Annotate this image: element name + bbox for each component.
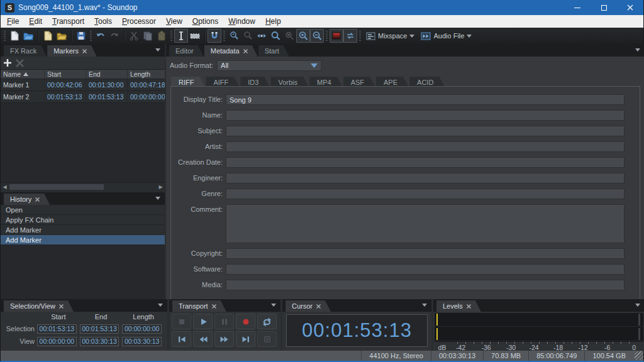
levels-meter-toggle-button[interactable] [330,29,343,43]
record-pause-button[interactable] [257,331,277,347]
menu-options[interactable]: Options [187,16,223,27]
undo-button[interactable] [94,29,108,43]
view-start-field[interactable]: 00:00:00:00 [37,337,77,346]
fast-forward-button[interactable] [214,331,234,347]
paste-button[interactable] [155,29,169,43]
subject-field[interactable] [226,126,625,136]
selection-end-field[interactable]: 00:01:53:13 [80,324,119,334]
history-item[interactable]: Add Marker [1,225,165,235]
tab-close-icon[interactable] [59,304,64,309]
menu-file[interactable]: File [2,16,24,27]
genre-field[interactable] [226,189,625,199]
stop-button[interactable] [172,314,191,329]
zoom-out-selection-button[interactable] [241,29,255,43]
panel-menu-icon[interactable] [422,304,427,307]
tab-cursor[interactable]: Cursor [286,300,331,312]
zoom-tool-button[interactable] [269,29,282,43]
panel-menu-icon[interactable] [635,48,640,52]
rewind-button[interactable] [193,331,213,347]
zoom-horizontal-button[interactable] [255,29,269,43]
panel-menu-icon[interactable] [635,304,640,307]
view-length-field[interactable]: 00:03:30:13 [122,337,162,346]
toolbar-grip[interactable] [359,31,361,41]
copy-button[interactable] [141,29,155,43]
go-to-start-button[interactable] [172,331,191,347]
save-button[interactable] [74,29,88,43]
col-start[interactable]: Start [45,70,86,79]
history-item-selected[interactable]: Add Marker [1,235,165,245]
comment-field[interactable] [226,204,625,243]
loop-button[interactable] [257,314,277,329]
menu-tools[interactable]: Tools [89,16,117,27]
delete-marker-button[interactable] [16,59,24,67]
play-button[interactable] [193,314,213,329]
zoom-selection-button[interactable] [227,29,241,43]
software-field[interactable] [226,264,625,275]
panel-menu-icon[interactable] [155,197,160,200]
mixspace-button[interactable]: Mixspace [363,31,418,41]
creation-date-field[interactable] [226,157,625,168]
tab-selection-view[interactable]: Selection/View [4,300,74,312]
toolbar-grip[interactable] [326,31,328,41]
panel-menu-icon[interactable] [155,48,160,52]
cut-button[interactable] [127,29,141,43]
history-item[interactable]: Open [1,205,165,215]
audio-file-button[interactable]: Audio File [418,31,475,41]
history-item[interactable]: Apply FX Chain [1,215,165,225]
tab-markers[interactable]: Markers [47,45,97,57]
menu-window[interactable]: Window [223,16,260,27]
panel-menu-icon[interactable] [158,304,163,307]
tab-close-icon[interactable] [467,304,471,309]
edit-cursor-tool-button[interactable] [174,29,188,43]
pause-button[interactable] [214,314,234,329]
engineer-field[interactable] [226,173,625,184]
redo-button[interactable] [108,29,121,43]
col-name[interactable]: Name [1,70,45,79]
zoom-in-button[interactable] [296,29,310,43]
range-select-tool-button[interactable] [188,29,202,43]
open-file-button[interactable] [21,29,35,43]
tab-close-icon[interactable] [212,304,216,309]
marker-row[interactable]: Marker 1 00:00:42:06 00:01:30:00 00:00:4… [1,79,165,91]
audio-format-select[interactable]: All [217,60,321,71]
selection-start-field[interactable]: 00:01:53:13 [37,324,77,334]
marker-row[interactable]: Marker 2 00:01:53:13 00:01:53:13 00:00:0… [1,91,165,103]
zoom-out-button[interactable] [310,29,324,43]
open-session-button[interactable] [55,29,69,43]
new-file-button[interactable] [8,29,21,43]
close-button[interactable] [617,0,643,15]
col-end[interactable]: End [86,70,128,79]
menu-processor[interactable]: Processor [117,16,161,27]
toolbar-grip[interactable] [170,31,172,41]
col-length[interactable]: Length [128,70,165,79]
menu-transport[interactable]: Transport [47,16,89,27]
toolbar-grip[interactable] [90,31,92,41]
scroll-right-icon[interactable]: ▶ [157,183,165,191]
artist-field[interactable] [226,141,625,152]
tab-fx-rack[interactable]: FX Rack [4,45,47,57]
tab-close-icon[interactable] [243,49,248,53]
new-session-button[interactable] [41,29,55,43]
zoom-reset-button[interactable] [282,29,296,43]
record-button[interactable] [236,314,255,329]
toolbar-grip[interactable] [223,31,225,41]
display-title-field[interactable] [226,94,625,105]
tab-start[interactable]: Start [258,45,289,57]
tab-levels[interactable]: Levels [436,300,481,312]
scroll-left-icon[interactable]: ◀ [1,183,9,191]
media-field[interactable] [226,280,625,290]
toolbar-grip[interactable] [4,31,6,41]
sync-toggle-button[interactable] [343,29,357,43]
maximize-button[interactable] [591,0,617,15]
cursor-time-display[interactable]: 00:01:53:13 [286,314,428,347]
tab-history[interactable]: History [4,194,50,205]
tab-close-icon[interactable] [35,197,40,202]
snap-toggle-button[interactable] [208,29,221,43]
markers-hscrollbar[interactable]: ◀ ▶ [1,182,165,190]
panel-menu-icon[interactable] [271,304,276,307]
tab-close-icon[interactable] [316,304,321,309]
menu-edit[interactable]: Edit [24,16,47,27]
copyright-field[interactable] [226,248,625,259]
menu-view[interactable]: View [161,16,187,27]
tab-transport[interactable]: Transport [172,300,226,312]
